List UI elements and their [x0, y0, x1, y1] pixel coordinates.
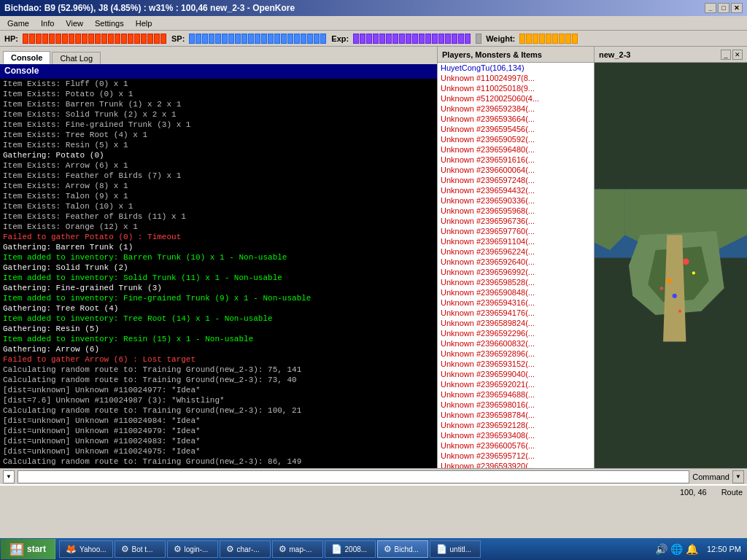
entity-item[interactable]: Unknown #2396595712(...	[438, 451, 594, 461]
entity-item[interactable]: Unknown #2396594176(...	[438, 308, 594, 318]
hp-segment	[36, 34, 42, 44]
start-button[interactable]: 🪟 start	[1, 539, 55, 559]
hp-segment	[115, 34, 120, 44]
hp-label: HP:	[4, 34, 18, 43]
tab-chatlog[interactable]: Chat Log	[52, 52, 101, 64]
entity-item[interactable]: Unknown #2396590592(...	[438, 134, 594, 144]
entity-item[interactable]: Unknown #2396591616(...	[438, 155, 594, 165]
entity-item[interactable]: Unknown #2396600832(...	[438, 338, 594, 349]
sp-bar	[189, 34, 327, 44]
menu-help[interactable]: Help	[131, 18, 157, 28]
menu-info[interactable]: Info	[36, 18, 58, 28]
map-svg	[595, 63, 747, 468]
hp-segment	[42, 34, 48, 44]
close-button[interactable]: ✕	[731, 3, 743, 13]
exp-bar	[353, 34, 471, 44]
entity-item[interactable]: Unknown #2396593920(...	[438, 461, 594, 468]
entity-item[interactable]: Unknown #2396594688(...	[438, 389, 594, 400]
console-line: Item added to inventory: Resin (15) x 1 …	[3, 334, 434, 344]
map-title: new_2-3	[599, 50, 630, 59]
hp-segment	[49, 34, 55, 44]
entity-item[interactable]: Unknown #110025018(9...	[438, 83, 594, 93]
svg-marker-6	[663, 235, 686, 341]
taskbar-item-map[interactable]: ⚙ map-...	[272, 540, 323, 558]
taskbar-item-char[interactable]: ⚙ char-...	[220, 540, 271, 558]
hp-segment	[95, 34, 101, 44]
entity-item[interactable]: Unknown #2396592896(...	[438, 349, 594, 359]
entity-item[interactable]: Unknown #2396600064(...	[438, 165, 594, 175]
entity-item[interactable]: Unknown #2396599040(...	[438, 369, 594, 379]
exp-segment	[465, 34, 471, 44]
console-line: Failed to gather Arrow (6) : Lost target	[3, 354, 434, 365]
entity-item[interactable]: Unknown #2396593408(...	[438, 430, 594, 440]
taskbar-item-bichd[interactable]: ⚙ Bichd...	[377, 540, 428, 558]
sp-segment	[294, 34, 300, 44]
entity-item[interactable]: Unknown #2396592021(...	[438, 379, 594, 389]
taskbar-item-login[interactable]: ⚙ login-...	[167, 540, 218, 558]
command-input[interactable]	[18, 470, 689, 483]
entity-item[interactable]: Unknown #110024997(8...	[438, 73, 594, 83]
console-line: Failed to gather Potato (0) : Timeout	[3, 232, 434, 242]
entity-item[interactable]: Unknown #2396596992(...	[438, 267, 594, 277]
sp-segment	[314, 34, 320, 44]
taskbar-item-2008[interactable]: 📄 2008...	[325, 540, 376, 558]
taskbar-item-untitl[interactable]: 📄 untitl...	[430, 540, 481, 558]
map-minimize-button[interactable]: _	[721, 50, 731, 60]
entity-item[interactable]: Unknown #2396595456(...	[438, 124, 594, 134]
entity-item[interactable]: Unknown #2396598784(...	[438, 410, 594, 420]
tray-icon-1: 🔊	[655, 543, 667, 556]
svg-point-10	[692, 271, 695, 274]
entity-list[interactable]: HuyetCongTu(106,134)Unknown #110024997(8…	[438, 63, 594, 468]
entity-item[interactable]: Unknown #5120025060(4...	[438, 93, 594, 104]
sp-segment	[222, 34, 228, 44]
console-line: [dist=7.6] Unknown #110024987 (3): *Whis…	[3, 395, 434, 405]
weight-segment	[526, 34, 532, 44]
taskbar-item-firefox[interactable]: 🦊 Yahoo...	[59, 540, 113, 558]
taskbar-item-bot[interactable]: ⚙ Bot t...	[115, 540, 166, 558]
minimize-button[interactable]: _	[705, 3, 716, 13]
entity-item[interactable]: Unknown #2396589824(...	[438, 318, 594, 328]
entity-item[interactable]: Unknown #2396594432(...	[438, 185, 594, 195]
entity-item[interactable]: Unknown #2396590336(...	[438, 195, 594, 206]
console-content[interactable]: Item Exists: Fluff (0) x 1Item Exists: P…	[0, 79, 437, 468]
entity-item[interactable]: HuyetCongTu(106,134)	[438, 63, 594, 73]
entity-item[interactable]: Unknown #2396591104(...	[438, 236, 594, 246]
exp-segment	[360, 34, 365, 44]
map-close-button[interactable]: ✕	[732, 50, 743, 60]
entity-item[interactable]: Unknown #2396592384(...	[438, 104, 594, 114]
input-dropdown[interactable]: ▼	[3, 470, 15, 483]
entity-item[interactable]: Unknown #2396598016(...	[438, 400, 594, 410]
maximize-button[interactable]: □	[718, 3, 729, 13]
command-dropdown[interactable]: ▼	[732, 470, 744, 483]
entity-item[interactable]: Unknown #2396593664(...	[438, 114, 594, 124]
exp-segment	[392, 34, 398, 44]
hp-segment	[69, 34, 74, 44]
command-label-area: Command ▼	[692, 470, 744, 483]
entity-item[interactable]: Unknown #2396593152(...	[438, 359, 594, 369]
entity-item[interactable]: Unknown #2396592640(...	[438, 257, 594, 267]
entity-item[interactable]: Unknown #2396596736(...	[438, 216, 594, 226]
hp-segment	[88, 34, 94, 44]
entity-item[interactable]: Unknown #2396598528(...	[438, 277, 594, 287]
entity-item[interactable]: Unknown #2396600576(...	[438, 440, 594, 451]
titlebar-buttons: _ □ ✕	[705, 3, 743, 13]
entity-item[interactable]: Unknown #2396596224(...	[438, 246, 594, 257]
console-line: Item Exists: Resin (5) x 1	[3, 140, 434, 150]
hp-segment	[29, 34, 35, 44]
tab-console[interactable]: Console	[3, 51, 50, 64]
entity-item[interactable]: Unknown #2396595968(...	[438, 206, 594, 216]
hp-segment	[23, 34, 28, 44]
sp-segment	[209, 34, 214, 44]
entity-item[interactable]: Unknown #2396592128(...	[438, 420, 594, 430]
entity-item[interactable]: Unknown #2396590848(...	[438, 287, 594, 298]
entity-item[interactable]: Unknown #2396596480(...	[438, 144, 594, 155]
menu-view[interactable]: View	[61, 18, 88, 28]
entity-item[interactable]: Unknown #2396597248(...	[438, 175, 594, 185]
menu-game[interactable]: Game	[3, 18, 34, 28]
entity-item[interactable]: Unknown #2396597760(...	[438, 226, 594, 236]
menu-settings[interactable]: Settings	[90, 18, 128, 28]
entity-item[interactable]: Unknown #2396594316(...	[438, 298, 594, 308]
exp-segment	[366, 34, 372, 44]
weight-segment	[546, 34, 551, 44]
entity-item[interactable]: Unknown #2396592296(...	[438, 328, 594, 338]
